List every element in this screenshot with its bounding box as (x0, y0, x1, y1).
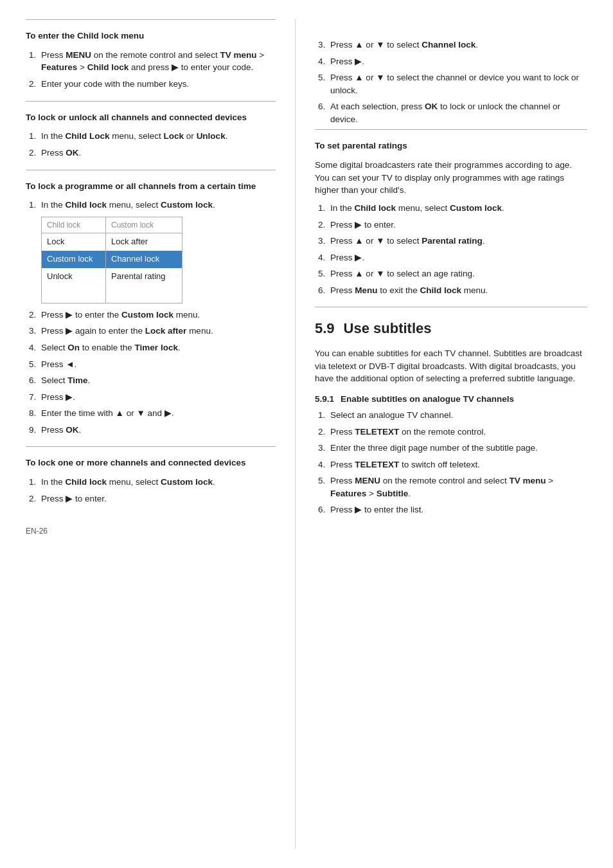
parental-ratings-intro: Some digital broadcasters rate their pro… (315, 159, 587, 197)
right-column: Press ▲ or ▼ to select Channel lock. Pre… (296, 19, 613, 849)
list-item: Press ◄. (39, 358, 276, 371)
bold-text: Channel lock (422, 40, 475, 50)
menu-table: Child lock Custom lock Lock Lock after C… (41, 217, 182, 303)
section-lock-channels: To lock one or more channels and connect… (26, 446, 276, 515)
list-item: Press ▲ or ▼ to select an age rating. (328, 267, 587, 280)
list-item: In the Child lock menu, select Custom lo… (39, 199, 276, 303)
bold-text: Custom lock (450, 203, 502, 213)
list-lock-programme: In the Child lock menu, select Custom lo… (26, 199, 276, 436)
bold-text: Child lock (66, 477, 107, 487)
bold-text: Child lock (66, 200, 107, 210)
list-item: Enter your code with the number keys. (39, 78, 276, 91)
list-lock-channels: In the Child lock menu, select Custom lo… (26, 476, 276, 505)
bold-text: Features (41, 62, 77, 72)
bold-text: Child Lock (66, 131, 110, 141)
table-row: Unlock Parental rating (42, 268, 182, 285)
table-row: Lock Lock after (42, 233, 182, 251)
table-cell-lock: Lock (42, 233, 106, 251)
bold-text: Custom lock (161, 477, 213, 487)
section-59-intro: You can enable subtitles for each TV cha… (315, 347, 587, 385)
bold-text: MENU (66, 50, 91, 60)
section-parental-ratings: To set parental ratings Some digital bro… (315, 129, 587, 307)
bold-text: Child lock (420, 285, 462, 295)
list-item: Press ▲ or ▼ to select the channel or de… (328, 71, 587, 96)
table-cell-parental-rating: Parental rating (106, 268, 182, 285)
section-enter-child-lock: To enter the Child lock menu Press MENU … (26, 19, 276, 101)
table-header-row: Child lock Custom lock (42, 217, 182, 233)
list-enter-child-lock: Press MENU on the remote control and sel… (26, 49, 276, 91)
section-channel-lock-cont: Press ▲ or ▼ to select Channel lock. Pre… (315, 19, 587, 125)
section-591: 5.9.1 Enable subtitles on analogue TV ch… (315, 394, 587, 516)
section-59-title: Use subtitles (344, 318, 432, 337)
section-lock-programme: To lock a programme or all channels from… (26, 170, 276, 447)
page: To enter the Child lock menu Press MENU … (0, 0, 613, 868)
list-item: Enter the three digit page number of the… (328, 442, 587, 455)
bold-text: Subtitle (377, 489, 409, 498)
list-item: In the Child lock menu, select Custom lo… (39, 476, 276, 489)
table-cell-unlock: Unlock (42, 268, 106, 285)
list-item: Press ▲ or ▼ to select Channel lock. (328, 39, 587, 51)
list-item: Press ▶ to enter the Custom lock menu. (39, 309, 276, 321)
section-591-number: 5.9.1 (315, 394, 334, 404)
list-item: Press ▶. (328, 251, 587, 264)
list-item: Press OK. (39, 147, 276, 159)
list-item: Press ▶ to enter. (328, 219, 587, 231)
bold-text: Lock (164, 131, 184, 141)
section-title-lock-programme: To lock a programme or all channels from… (26, 181, 276, 193)
list-parental-ratings: In the Child lock menu, select Custom lo… (315, 202, 587, 296)
bold-text: Child lock (355, 203, 396, 213)
bold-text: Menu (355, 285, 377, 295)
page-number: EN-26 (26, 527, 276, 536)
table-header-child-lock: Child lock (42, 217, 106, 233)
list-item: Select Time. (39, 374, 276, 387)
list-item: Enter the time with ▲ or ▼ and ▶. (39, 407, 276, 420)
list-item: Press ▶. (328, 55, 587, 68)
list-item: Press ▶ to enter. (39, 493, 276, 505)
table-row-empty (42, 285, 182, 303)
section-lock-unlock-all: To lock or unlock all channels and conne… (26, 101, 276, 170)
bold-text: TELETEXT (355, 427, 399, 437)
list-item: Select an analogue TV channel. (328, 409, 587, 422)
list-item: In the Child Lock menu, select Lock or U… (39, 130, 276, 143)
bold-text: Custom lock (161, 200, 213, 210)
table-cell-empty (42, 285, 106, 303)
list-item: Press OK. (39, 424, 276, 437)
list-item: In the Child lock menu, select Custom lo… (328, 202, 587, 215)
table-row-highlight: Custom lock Channel lock (42, 251, 182, 268)
table-cell-custom-lock: Custom lock (42, 251, 106, 268)
list-item: Press TELETEXT to switch off teletext. (328, 458, 587, 471)
bold-text: Parental rating (422, 236, 483, 246)
bold-text: Features (330, 489, 366, 498)
bold-text: Custom lock (121, 310, 173, 320)
bold-text: OK (425, 102, 438, 111)
bold-text: TV menu (509, 476, 546, 485)
bold-text: MENU (355, 476, 380, 485)
table-cell-empty (106, 285, 182, 303)
bold-text: TV menu (220, 50, 256, 60)
section-title-lock-channels: To lock one or more channels and connect… (26, 457, 276, 469)
section-59-header: 5.9 Use subtitles (315, 318, 587, 342)
bold-text: Lock after (145, 326, 187, 336)
section-591-title: Enable subtitles on analogue TV channels (341, 394, 514, 404)
bold-text: On (67, 343, 80, 352)
section-591-header: 5.9.1 Enable subtitles on analogue TV ch… (315, 394, 587, 404)
bold-text: Child lock (87, 62, 129, 72)
section-title-lock-unlock-all: To lock or unlock all channels and conne… (26, 112, 276, 124)
section-title-enter-child-lock: To enter the Child lock menu (26, 30, 276, 42)
bold-text: Unlock (197, 131, 226, 141)
list-channel-lock: Press ▲ or ▼ to select Channel lock. Pre… (315, 39, 587, 125)
table-header-custom-lock: Custom lock (106, 217, 182, 233)
list-item: Select On to enable the Timer lock. (39, 341, 276, 354)
list-item: At each selection, press OK to lock or u… (328, 100, 587, 125)
list-591: Select an analogue TV channel. Press TEL… (315, 409, 587, 516)
left-column: To enter the Child lock menu Press MENU … (0, 19, 296, 849)
list-item: Press ▶. (39, 391, 276, 404)
section-59: 5.9 Use subtitles You can enable subtitl… (315, 307, 587, 527)
bold-text: TELETEXT (355, 460, 399, 469)
list-item: Press ▶ to enter the list. (328, 503, 587, 516)
bold-text: Time (67, 375, 87, 385)
list-item: Press TELETEXT on the remote control. (328, 426, 587, 439)
table-cell-lock-after: Lock after (106, 233, 182, 251)
list-item: Press MENU on the remote control and sel… (39, 49, 276, 74)
bold-text: Timer lock (135, 343, 178, 352)
